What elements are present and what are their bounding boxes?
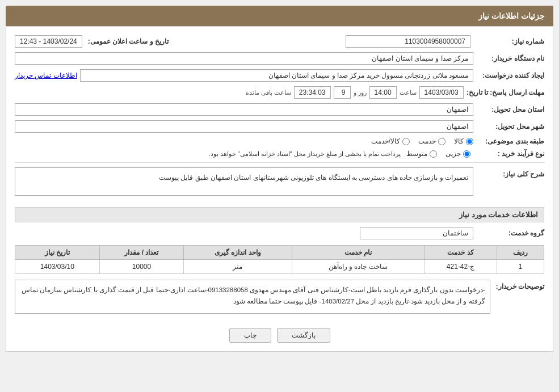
mohlatErsal-remain: 23:34:03 [294, 86, 331, 99]
tabaghe-kala-khedmat: کالا/خدمت [371, 137, 410, 145]
ostan-label: استان محل تحویل: [476, 106, 544, 113]
col-nam: نام خدمت [292, 246, 424, 260]
remain-label: ساعت باقی مانده [246, 89, 291, 96]
bazgasht-button[interactable]: بازگشت [277, 328, 330, 343]
notes-section: توصیحات خریدار: -درخواست بدون بارگذاری ف… [15, 280, 544, 319]
ijadKonande-row: ایجاد کننده درخواست: مسعود ملائی زردنجان… [15, 69, 544, 82]
col-kod: کد خدمت [424, 246, 497, 260]
noeFarayand-row: نوع فرآیند خرید : جزیی متوسط پرداخت تمام… [15, 150, 544, 158]
page-header: جزئیات اطلاعات نیاز [6, 6, 553, 26]
noeFarayand-jozi-label: جزیی [445, 150, 461, 158]
tabaghe-label: طبقه بندی موضوعی: [476, 137, 544, 145]
mohlatErsal-time: 14:00 [369, 86, 397, 99]
rooz-label: روز و [354, 89, 367, 96]
col-tarikh: تاریخ نیاز [15, 246, 100, 260]
mohlatErsal-label: مهلت ارسال پاسخ: تا تاریخ: [466, 88, 544, 96]
tabaghe-kala: کالا [454, 137, 473, 145]
tabaghe-khedmat-label: خدمت [418, 137, 436, 145]
page-container: جزئیات اطلاعات نیاز شماره نیاز: 11030049… [0, 0, 559, 392]
tabaghe-khedmat-radio[interactable] [438, 138, 445, 145]
cell-vahed: متر [184, 260, 292, 274]
ostan-row: استان محل تحویل: اصفهان [15, 103, 544, 116]
noeFarayand-jozi-radio[interactable] [463, 150, 470, 158]
services-table: ردیف کد خدمت نام خدمت واحد اندازه گیری ت… [15, 245, 544, 274]
noeFarayand-motavaset-label: متوسط [406, 150, 427, 158]
namDastgah-row: نام دستگاه خریدار: مرکز صدا و سیمای استا… [15, 52, 544, 65]
tabaghe-khedmat: خدمت [418, 137, 445, 145]
shomareNiaz-label: شماره نیاز: [476, 37, 544, 45]
tabaghe-radio-group: کالا خدمت کالا/خدمت [371, 137, 473, 145]
noeFarayand-jozi: جزیی [445, 150, 470, 158]
tabaghe-row: طبقه بندی موضوعی: کالا خدمت کالا/خدمت [15, 137, 544, 145]
gorooh-row: گروه خدمت: ساختمان [15, 227, 544, 239]
mohlatErsal-rooz: 9 [334, 86, 351, 99]
cell-tarikh: 1403/03/10 [15, 260, 100, 274]
tabaghe-kala-label: کالا [454, 137, 464, 145]
noeFarayand-label: نوع فرآیند خرید : [476, 150, 544, 158]
tarikh-value: 1403/02/24 - 12:43 [15, 35, 82, 48]
divider1 [15, 162, 544, 163]
col-tedad: تعداد / مقدار [99, 246, 184, 260]
cell-radif: 1 [497, 260, 544, 274]
noeFarayand-text: پرداخت تمام یا بخشی از مبلغ خریداز محل "… [208, 150, 401, 158]
noeFarayand-radio-group: جزیی متوسط [406, 150, 470, 158]
sharh-value: تعمیرات و بازسازی جاده های دسترسی به ایس… [15, 167, 473, 196]
sharh-label: شرح کلی نیاز: [476, 170, 544, 178]
cell-nam: ساخت جاده و راه‌آهن [292, 260, 424, 274]
chap-button[interactable]: چاپ [229, 328, 271, 343]
tamaskharidار-link[interactable]: اطلاعات تماس خریدار [15, 71, 77, 79]
gorooh-value: ساختمان [360, 227, 473, 239]
table-header-row: ردیف کد خدمت نام خدمت واحد اندازه گیری ت… [15, 246, 544, 260]
col-radif: ردیف [497, 246, 544, 260]
page-title: جزئیات اطلاعات نیاز [478, 11, 545, 20]
shahr-label: شهر محل تحویل: [476, 123, 544, 130]
ijadKonande-value: مسعود ملائی زردنجانی مسوول خرید مرکز صدا… [80, 69, 473, 82]
gorooh-label: گروه خدمت: [476, 229, 544, 237]
sharh-row: شرح کلی نیاز: تعمیرات و بازسازی جاده های… [15, 167, 544, 201]
mohlatErsal-row: مهلت ارسال پاسخ: تا تاریخ: 1403/03/03 سا… [15, 86, 544, 99]
button-row: بازگشت چاپ [15, 328, 544, 343]
col-vahed: واحد اندازه گیری [184, 246, 292, 260]
noeFarayand-motavaset-radio[interactable] [430, 150, 437, 158]
namDastgah-value: مرکز صدا و سیمای استان اصفهان [15, 52, 473, 65]
ijadKonande-label: ایجاد کننده درخواست: [476, 71, 544, 79]
ostan-value: اصفهان [15, 103, 473, 116]
noeFarayand-motavaset: متوسط [406, 150, 437, 158]
namDastgah-label: نام دستگاه خریدار: [476, 54, 544, 62]
tabaghe-kala-khedmat-radio[interactable] [402, 138, 410, 145]
shomareNiaz-value: 1103004958000007 [346, 35, 470, 48]
shahr-row: شهر محل تحویل: اصفهان [15, 120, 544, 133]
announce-row: شماره نیاز: 1103004958000007 تاریخ و ساع… [15, 35, 544, 48]
tozihat-value: -درخواست بدون بارگذاری فرم بازدید باطل ا… [15, 280, 490, 314]
khadamat-section-title: اطلاعات خدمات مورد نیاز [15, 207, 544, 222]
cell-kod: ج-42-421 [424, 260, 497, 274]
cell-tedad: 10000 [99, 260, 184, 274]
main-content: شماره نیاز: 1103004958000007 تاریخ و ساع… [6, 26, 553, 352]
services-table-container: ردیف کد خدمت نام خدمت واحد اندازه گیری ت… [15, 245, 544, 274]
table-row: 1 ج-42-421 ساخت جاده و راه‌آهن متر 10000… [15, 260, 544, 274]
mohlatErsal-date: 1403/03/03 [419, 86, 464, 99]
tabaghe-kala-radio[interactable] [466, 138, 473, 145]
saat-label: ساعت [400, 89, 417, 96]
tozihat-label: توصیحات خریدار: [496, 283, 544, 290]
shahr-value: اصفهان [15, 120, 473, 133]
tarikh-label: تاریخ و ساعت اعلان عمومی: [88, 37, 169, 45]
tabaghe-kala-khedmat-label: کالا/خدمت [371, 137, 400, 145]
